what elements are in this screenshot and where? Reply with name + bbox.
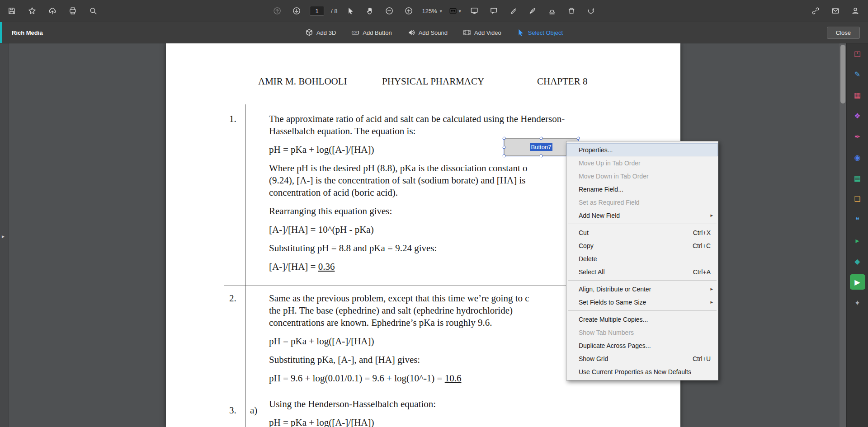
- menu-item-cut[interactable]: CutCtrl+X: [566, 226, 718, 239]
- menu-item-properties[interactable]: Properties...: [566, 143, 718, 156]
- menu-item-align-distribute-or-center[interactable]: Align, Distribute or Center▸: [566, 282, 718, 296]
- menu-item-set-fields-to-same-size[interactable]: Set Fields to Same Size▸: [566, 296, 718, 309]
- mail-icon: [831, 7, 840, 15]
- crop-pages-icon[interactable]: ▦: [850, 87, 865, 103]
- menu-item-label: Create Multiple Copies...: [579, 316, 648, 323]
- trash-icon: [567, 7, 576, 15]
- tool-add-3d[interactable]: Add 3D: [305, 28, 336, 37]
- link-button[interactable]: [809, 5, 822, 17]
- text-line: pH = pKa + log([A-]/[HA]): [269, 417, 640, 427]
- pen-button[interactable]: [526, 5, 539, 17]
- cloud-upload-button[interactable]: [46, 5, 59, 17]
- presentation-button[interactable]: [468, 5, 481, 17]
- menu-item-shortcut: Ctrl+X: [693, 229, 711, 236]
- menu-item-label: Move Down in Tab Order: [579, 173, 649, 180]
- page-number-input[interactable]: [310, 6, 324, 16]
- menu-item-show-tab-numbers: Show Tab Numbers: [566, 326, 718, 339]
- table-column-rule: [245, 104, 245, 427]
- menu-item-add-new-field[interactable]: Add New Field▸: [566, 209, 718, 222]
- prepare-form-icon-glyph: ▤: [854, 174, 861, 183]
- tool-add-button[interactable]: OKAdd Button: [351, 28, 392, 37]
- prev-page-icon: [273, 7, 281, 15]
- submenu-arrow-icon: ▸: [710, 286, 713, 292]
- tool-add-sound[interactable]: Add Sound: [407, 28, 448, 37]
- account-button[interactable]: [849, 5, 862, 17]
- zoom-out-button[interactable]: [383, 5, 396, 17]
- export-pdf-icon-glyph: ◳: [854, 49, 861, 58]
- expand-panel-arrow[interactable]: ▸: [2, 233, 5, 239]
- comments-icon[interactable]: ❝: [850, 212, 865, 227]
- close-button[interactable]: Close: [827, 27, 860, 39]
- zoom-level-dropdown[interactable]: 125%▾: [422, 8, 442, 14]
- menu-item-label: Set Fields to Same Size: [579, 299, 646, 306]
- select-object-icon: [517, 28, 525, 37]
- tool-add-video[interactable]: Add Video: [463, 28, 501, 37]
- zoom-in-button[interactable]: [403, 5, 415, 17]
- search-button[interactable]: [87, 5, 99, 17]
- rich-media-icon-glyph: ▶: [854, 278, 860, 286]
- underlined-answer: 10.6: [445, 373, 462, 384]
- highlighter-button[interactable]: [507, 5, 519, 17]
- presentation-icon: [470, 7, 478, 15]
- text-line: Using the Henderson-Hasselbalch equation…: [269, 398, 640, 410]
- rich-media-tools: Add 3DOKAdd ButtonAdd SoundAdd VideoSele…: [305, 28, 563, 37]
- menu-item-show-grid[interactable]: Show GridCtrl+U: [566, 352, 718, 365]
- menu-separator: [568, 280, 717, 281]
- save-button[interactable]: [5, 5, 18, 17]
- menu-item-create-multiple-copies[interactable]: Create Multiple Copies...: [566, 313, 718, 326]
- hand-tool-button[interactable]: [364, 5, 377, 17]
- prev-page-button[interactable]: [271, 5, 283, 17]
- prepare-form-icon[interactable]: ▤: [850, 170, 865, 186]
- list-item-number: 1.: [229, 113, 236, 125]
- menu-item-label: Rename Field...: [579, 186, 623, 193]
- redo-button[interactable]: [585, 5, 597, 17]
- organize-pages-icon[interactable]: ❏: [850, 191, 865, 206]
- menu-item-shortcut: Ctrl+C: [693, 242, 711, 249]
- menu-item-label: Use Current Properties as New Defaults: [579, 368, 691, 375]
- tool-label: Add Sound: [419, 29, 448, 36]
- list-item-number: 3.: [229, 404, 236, 417]
- export-pdf-icon[interactable]: ◳: [850, 46, 865, 61]
- menu-item-duplicate-across-pages[interactable]: Duplicate Across Pages...: [566, 339, 718, 352]
- certificates-icon[interactable]: ◉: [850, 150, 865, 165]
- print-button[interactable]: [66, 5, 79, 17]
- tool-select-object[interactable]: Select Object: [517, 28, 563, 37]
- combine-files-icon-glyph: ❖: [854, 112, 860, 120]
- page-header-chapter: CHAPTER 8: [537, 76, 587, 87]
- more-tools-icon-glyph: ✦: [854, 299, 860, 307]
- answer-prefix: [A-]/[HA] =: [269, 261, 318, 272]
- star-button[interactable]: [26, 5, 38, 17]
- menu-item-move-down-in-tab-order: Move Down in Tab Order: [566, 169, 718, 183]
- combine-files-icon[interactable]: ❖: [850, 108, 865, 123]
- toolbar-right-group: [809, 5, 868, 17]
- organize-pages-icon-glyph: ❏: [854, 195, 860, 203]
- mail-button[interactable]: [829, 5, 842, 17]
- stamp-button[interactable]: [546, 5, 558, 17]
- highlighter-icon: [509, 7, 517, 15]
- comments-icon-glyph: ❝: [855, 216, 859, 224]
- edit-pdf-icon[interactable]: ✎: [850, 66, 865, 82]
- menu-item-delete[interactable]: Delete: [566, 252, 718, 265]
- trash-button[interactable]: [565, 5, 578, 17]
- protect-icon-glyph: ◆: [854, 257, 860, 266]
- edit-pdf-icon-glyph: ✎: [854, 70, 860, 79]
- menu-item-select-all[interactable]: Select AllCtrl+A: [566, 265, 718, 278]
- more-tools-icon[interactable]: ✦: [850, 295, 865, 310]
- menu-item-label: Set as Required Field: [579, 199, 640, 206]
- select-tool-button[interactable]: [344, 5, 357, 17]
- menu-item-shortcut: Ctrl+A: [693, 268, 711, 276]
- vertical-scrollbar[interactable]: [840, 43, 846, 427]
- comment-button[interactable]: [487, 5, 500, 17]
- document-canvas: ▸ AMIR M. BOHLOOLI PHYSICAL PHARMACY CHA…: [0, 43, 846, 427]
- menu-item-label: Add New Field: [579, 212, 620, 219]
- menu-item-use-current-properties-as-new-defaults[interactable]: Use Current Properties as New Defaults: [566, 365, 718, 378]
- menu-item-copy[interactable]: CopyCtrl+C: [566, 239, 718, 252]
- next-page-button[interactable]: [290, 5, 303, 17]
- page-display-dropdown[interactable]: ▾: [449, 7, 461, 15]
- rich-media-icon[interactable]: ▶: [850, 274, 865, 290]
- scrollbar-thumb[interactable]: [840, 45, 845, 103]
- protect-icon[interactable]: ◆: [850, 253, 865, 269]
- fill-sign-icon[interactable]: ✒: [850, 129, 865, 144]
- multimedia-icon[interactable]: ▸: [850, 233, 865, 248]
- menu-item-rename-field[interactable]: Rename Field...: [566, 183, 718, 196]
